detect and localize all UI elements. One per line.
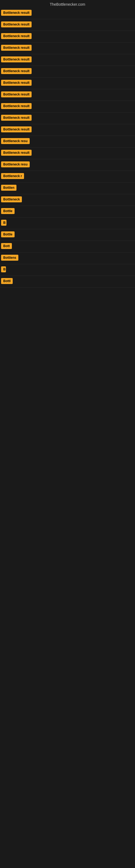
bottleneck-result-badge[interactable]: Bottleneck result (1, 56, 32, 62)
list-item: Bottleneck result (0, 19, 135, 31)
list-item: Bottleneck result (0, 54, 135, 66)
list-item: Bottleneck result (0, 101, 135, 113)
bottleneck-result-badge[interactable]: B (1, 267, 6, 272)
list-item: Bottleneck r (0, 171, 135, 183)
list-item: Bottlens (0, 252, 135, 264)
bottleneck-result-badge[interactable]: Bottleneck r (1, 173, 24, 179)
bottleneck-result-badge[interactable]: Bottlen (1, 185, 16, 191)
bottleneck-result-badge[interactable]: Bottle (1, 231, 14, 237)
bottleneck-result-badge[interactable]: Bottleneck result (1, 126, 32, 132)
bottleneck-result-badge[interactable]: Bottleneck resu (1, 161, 30, 167)
list-item: Bottleneck result (0, 113, 135, 124)
list-item: Bottleneck resu (0, 136, 135, 148)
list-item: Bottleneck (0, 194, 135, 206)
rows-container: Bottleneck resultBottleneck resultBottle… (0, 8, 135, 287)
site-title: TheBottlenecker.com (0, 0, 135, 8)
list-item: Bottle (0, 206, 135, 218)
bottleneck-result-badge[interactable]: Bott (1, 243, 12, 249)
bottleneck-result-badge[interactable]: Bottleneck result (1, 68, 32, 74)
list-item: Bottleneck result (0, 42, 135, 54)
bottleneck-result-badge[interactable]: Bottleneck result (1, 45, 32, 51)
bottleneck-result-badge[interactable]: Bottleneck resu (1, 138, 30, 144)
list-item: B (0, 218, 135, 229)
bottleneck-result-badge[interactable]: B (1, 220, 6, 226)
bottleneck-result-badge[interactable]: Bottleneck result (1, 91, 32, 97)
bottleneck-result-badge[interactable]: Bottleneck result (1, 10, 32, 16)
bottleneck-result-badge[interactable]: Bottle (1, 208, 14, 214)
list-item: Bottleneck result (0, 31, 135, 42)
list-item: Bottleneck result (0, 78, 135, 89)
list-item: Bottl (0, 276, 135, 287)
bottleneck-result-badge[interactable]: Bottleneck result (1, 22, 32, 27)
list-item: Bottleneck resu (0, 159, 135, 171)
list-item: Bottleneck result (0, 8, 135, 19)
list-item: Bott (0, 241, 135, 252)
list-item: Bottleneck result (0, 148, 135, 159)
list-item: B (0, 264, 135, 276)
list-item: Bottleneck result (0, 89, 135, 101)
list-item: Bottle (0, 229, 135, 241)
list-item: Bottleneck result (0, 124, 135, 136)
bottleneck-result-badge[interactable]: Bottleneck result (1, 103, 32, 109)
bottleneck-result-badge[interactable]: Bottl (1, 278, 13, 284)
list-item: Bottlen (0, 183, 135, 194)
bottleneck-result-badge[interactable]: Bottleneck result (1, 80, 32, 86)
bottleneck-result-badge[interactable]: Bottleneck result (1, 150, 32, 156)
bottleneck-result-badge[interactable]: Bottlens (1, 255, 18, 261)
bottleneck-result-badge[interactable]: Bottleneck result (1, 33, 32, 39)
list-item: Bottleneck result (0, 66, 135, 78)
site-title-bar: TheBottlenecker.com (0, 0, 135, 8)
bottleneck-result-badge[interactable]: Bottleneck result (1, 115, 32, 121)
bottleneck-result-badge[interactable]: Bottleneck (1, 196, 22, 203)
